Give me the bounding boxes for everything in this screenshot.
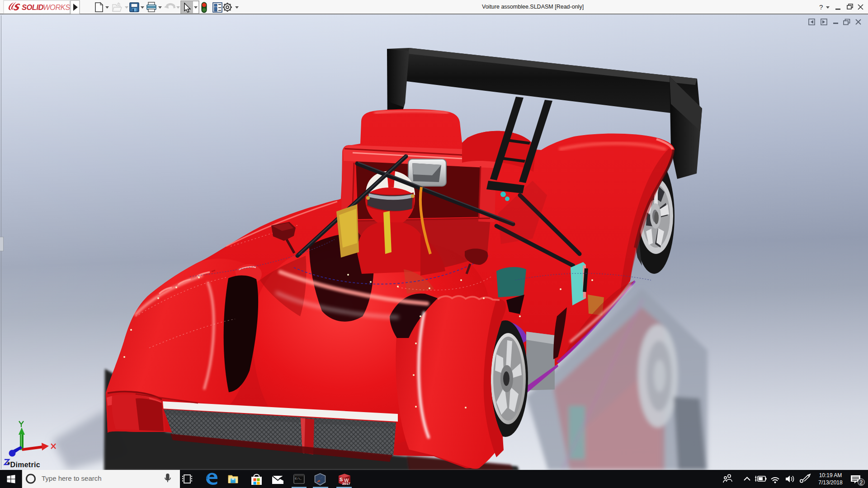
svg-text:?: ? (819, 3, 823, 11)
svg-text:2017: 2017 (342, 482, 350, 486)
svg-text:C:\_: C:\_ (295, 477, 302, 480)
svg-text:2: 2 (860, 479, 863, 486)
svg-text:WORKS: WORKS (43, 3, 70, 11)
svg-text:SOLID: SOLID (22, 3, 44, 11)
